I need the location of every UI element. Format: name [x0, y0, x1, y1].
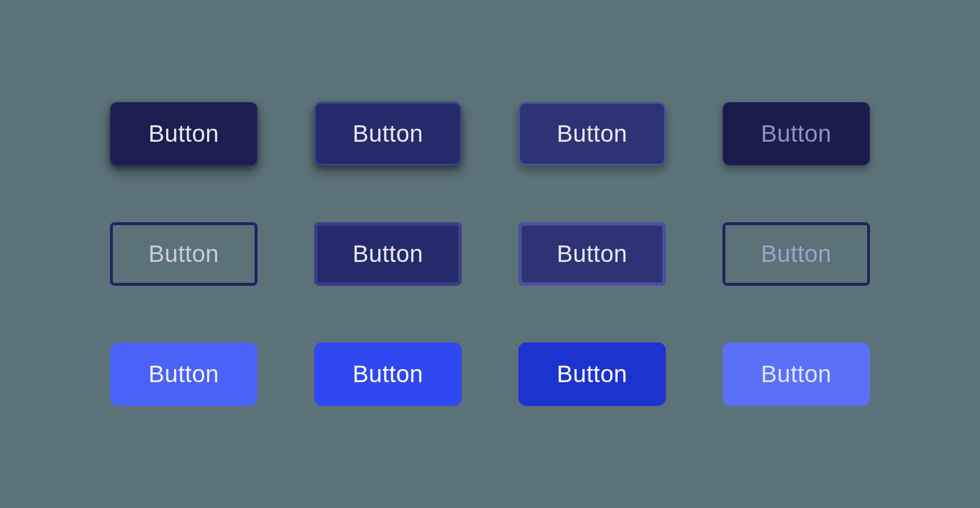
filled-button-disabled: Button: [723, 342, 870, 406]
raised-button-default[interactable]: Button: [110, 102, 257, 166]
filled-button-hover[interactable]: Button: [314, 342, 462, 406]
button-label: Button: [557, 240, 627, 268]
button-label: Button: [761, 120, 831, 147]
button-label: Button: [557, 120, 627, 147]
button-label: Button: [353, 361, 423, 388]
raised-button-hover[interactable]: Button: [314, 102, 462, 166]
filled-button-active[interactable]: Button: [518, 342, 666, 406]
button-label: Button: [149, 240, 219, 268]
button-label: Button: [353, 240, 423, 268]
raised-button-disabled: Button: [723, 102, 870, 166]
button-label: Button: [761, 240, 831, 268]
button-showcase-grid: Button Button Button Button Button Butto…: [110, 102, 870, 406]
outlined-button-disabled: Button: [723, 222, 870, 286]
button-label: Button: [761, 361, 831, 388]
button-label: Button: [149, 120, 219, 147]
outlined-button-default[interactable]: Button: [110, 222, 257, 286]
filled-button-default[interactable]: Button: [110, 342, 257, 406]
raised-button-active[interactable]: Button: [518, 102, 666, 166]
outlined-button-active[interactable]: Button: [518, 222, 666, 286]
button-label: Button: [557, 361, 627, 388]
outlined-button-hover[interactable]: Button: [314, 222, 462, 286]
button-label: Button: [149, 361, 219, 388]
button-label: Button: [353, 120, 423, 147]
